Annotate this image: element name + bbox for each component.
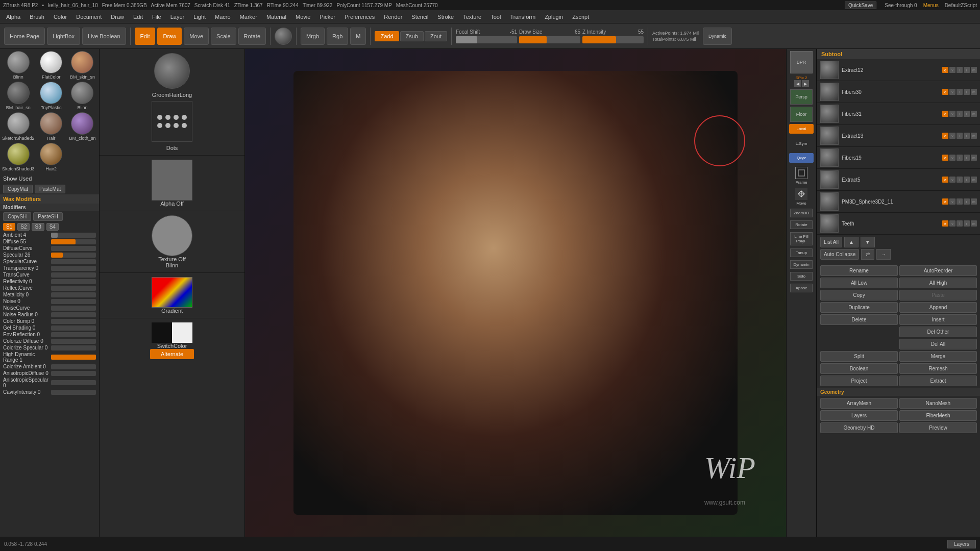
- subtool-icon-r-2[interactable]: r: [964, 111, 970, 117]
- subtool-icon-l-7[interactable]: l: [957, 220, 963, 227]
- del-other-button[interactable]: Del Other: [899, 327, 977, 337]
- fiber-mesh-button[interactable]: FiberMesh: [899, 410, 977, 421]
- param-slider-14[interactable]: [51, 325, 96, 331]
- subtool-item-fibers30[interactable]: Fibers30evlrm: [817, 81, 980, 103]
- spix-right-button[interactable]: ▶: [802, 80, 809, 87]
- home-page-button[interactable]: Home Page: [4, 28, 45, 45]
- subtool-icon-l-3[interactable]: l: [957, 133, 963, 139]
- subtool-icon-r-0[interactable]: r: [964, 67, 970, 73]
- subtool-item-extract13[interactable]: Extract13evlrm: [817, 125, 980, 147]
- menu-item-layer[interactable]: Layer: [166, 12, 189, 21]
- list-all-up-button[interactable]: ▲: [844, 237, 859, 247]
- lightbox-button[interactable]: LightBox: [47, 28, 80, 45]
- subtool-icon-m-5[interactable]: m: [971, 177, 977, 183]
- m-button[interactable]: M: [350, 28, 366, 45]
- material-item-hair[interactable]: Hair: [37, 112, 66, 141]
- duplicate-button[interactable]: Duplicate: [820, 302, 898, 313]
- subtool-icon-m-2[interactable]: m: [971, 111, 977, 117]
- append-button[interactable]: Append: [899, 302, 977, 313]
- subtool-icon-e-0[interactable]: e: [942, 67, 948, 73]
- layers-bottom-button[interactable]: Layers: [947, 540, 976, 548]
- param-slider-16[interactable]: [51, 339, 96, 344]
- param-slider-5[interactable]: [51, 266, 96, 271]
- material-item-bm-skin-sn[interactable]: BM_skin_sn: [68, 51, 97, 80]
- solo-button[interactable]: Solo: [790, 272, 813, 281]
- subtool-item-extract5[interactable]: Extract5evlrm: [817, 169, 980, 191]
- param-slider-10[interactable]: [51, 299, 96, 304]
- quick-save-button[interactable]: QuickSave: [845, 2, 876, 9]
- s4-button[interactable]: S4: [46, 223, 59, 231]
- subtool-icon-m-4[interactable]: m: [971, 155, 977, 161]
- subtool-icon-m-3[interactable]: m: [971, 133, 977, 139]
- material-item-flatcolor[interactable]: FlatColor: [37, 51, 66, 80]
- remesh-button[interactable]: Remesh: [899, 363, 977, 374]
- spix-left-button[interactable]: ◀: [794, 80, 801, 87]
- auto-reorder-button[interactable]: AutoReorder: [899, 265, 977, 276]
- subtool-item-fibers31[interactable]: Fibers31evlrm: [817, 103, 980, 125]
- copy-sh-button[interactable]: CopySH: [3, 212, 31, 221]
- s2-button[interactable]: S2: [17, 223, 30, 231]
- line-fill-button[interactable]: Line FillPolyF: [790, 232, 813, 245]
- array-mesh-button[interactable]: ArrayMesh: [820, 398, 898, 409]
- extract-button[interactable]: Extract: [899, 375, 977, 386]
- subtool-icon-l-5[interactable]: l: [957, 177, 963, 183]
- param-slider-8[interactable]: [51, 286, 96, 291]
- param-slider-22[interactable]: [51, 390, 96, 395]
- subtool-icon-l-1[interactable]: l: [957, 89, 963, 95]
- subtool-icon-e-5[interactable]: e: [942, 177, 948, 183]
- param-slider-18[interactable]: [51, 355, 96, 360]
- param-slider-2[interactable]: [51, 246, 96, 251]
- param-slider-15[interactable]: [51, 332, 96, 337]
- material-item-sketchshaded2[interactable]: SketchShaded2: [2, 112, 35, 141]
- bpr-button[interactable]: BPR: [790, 51, 813, 73]
- persp-button[interactable]: Persp: [790, 89, 813, 105]
- param-slider-4[interactable]: [51, 259, 96, 264]
- menu-item-texture[interactable]: Texture: [459, 12, 485, 21]
- subtool-icon-v-0[interactable]: v: [949, 67, 955, 73]
- local-button[interactable]: Local: [789, 124, 814, 134]
- subtool-icon-v-6[interactable]: v: [949, 198, 955, 205]
- preview-button[interactable]: Preview: [899, 422, 977, 433]
- subtool-icon-r-6[interactable]: r: [964, 198, 970, 205]
- menu-item-macro[interactable]: Macro: [211, 12, 235, 21]
- move-icon[interactable]: [795, 188, 807, 200]
- material-item-blinn[interactable]: Blinn: [2, 51, 35, 80]
- copy-button[interactable]: Copy: [820, 290, 898, 300]
- subtool-icon-e-1[interactable]: e: [942, 89, 948, 95]
- menu-item-stroke[interactable]: Stroke: [433, 12, 458, 21]
- dots-preview[interactable]: [152, 101, 192, 142]
- subtool-icon-l-4[interactable]: l: [957, 155, 963, 161]
- gradient-preview[interactable]: [152, 277, 192, 308]
- subtool-icon-l-2[interactable]: l: [957, 111, 963, 117]
- subtool-icon-e-4[interactable]: e: [942, 155, 948, 161]
- subtool-icon-m-6[interactable]: m: [971, 198, 977, 205]
- menu-item-color[interactable]: Color: [50, 12, 71, 21]
- subtool-icon-m-0[interactable]: m: [971, 67, 977, 73]
- project-button[interactable]: Project: [820, 375, 898, 386]
- auto-collapse-right-button[interactable]: →: [876, 249, 891, 260]
- param-slider-21[interactable]: [51, 380, 96, 385]
- subtool-icon-m-7[interactable]: m: [971, 220, 977, 227]
- subtool-icon-r-1[interactable]: r: [964, 89, 970, 95]
- layers-button[interactable]: Layers: [820, 410, 898, 421]
- tanup-button[interactable]: Tanup: [790, 248, 813, 257]
- material-preview-sphere[interactable]: [275, 28, 292, 45]
- subtool-icon-v-1[interactable]: v: [949, 89, 955, 95]
- zoom3d-button[interactable]: Zoom3D: [790, 209, 813, 217]
- menu-item-edit[interactable]: Edit: [129, 12, 147, 21]
- material-item-toyplastic[interactable]: ToyPlastic: [37, 82, 66, 110]
- menu-item-material[interactable]: Material: [262, 12, 290, 21]
- menu-item-stencil[interactable]: Stencil: [407, 12, 432, 21]
- paste-button[interactable]: Paste: [899, 290, 977, 300]
- edit-button[interactable]: Edit: [135, 28, 156, 45]
- menu-item-picker[interactable]: Picker: [315, 12, 339, 21]
- merge-button[interactable]: Merge: [899, 351, 977, 362]
- menu-item-zscript[interactable]: Zscript: [568, 12, 593, 21]
- subtool-icon-v-4[interactable]: v: [949, 155, 955, 161]
- menu-item-tool[interactable]: Tool: [486, 12, 505, 21]
- subtool-item-teeth[interactable]: Teethevlrm: [817, 213, 980, 235]
- zadd-button[interactable]: Zadd: [375, 31, 399, 41]
- subtool-icon-l-6[interactable]: l: [957, 198, 963, 205]
- del-all-button[interactable]: Del All: [899, 339, 977, 349]
- dynamin-button[interactable]: Dynamin: [790, 260, 813, 269]
